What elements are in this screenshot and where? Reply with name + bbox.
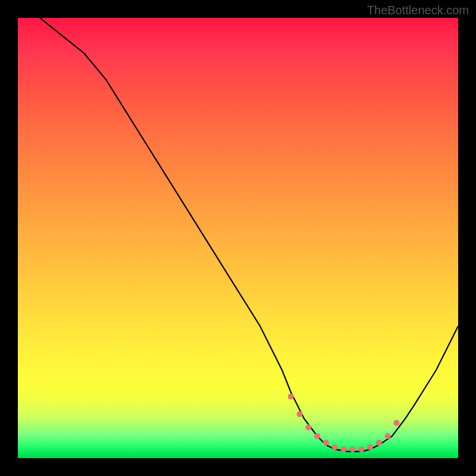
marker-dot (305, 424, 311, 430)
marker-dot (314, 433, 320, 439)
watermark-text: TheBottleneck.com (367, 4, 469, 17)
marker-dot (376, 440, 382, 446)
marker-dot (323, 440, 329, 446)
marker-dot (341, 446, 347, 452)
marker-dot (297, 411, 303, 417)
marker-dot (332, 444, 338, 450)
chart-svg (18, 18, 458, 458)
min-region-markers (288, 393, 400, 452)
plot-area (18, 18, 458, 458)
bottleneck-curve (40, 18, 458, 452)
marker-dot (358, 446, 364, 452)
marker-dot (385, 433, 391, 439)
marker-dot (367, 444, 373, 450)
marker-dot (288, 393, 294, 399)
marker-dot (349, 446, 355, 452)
marker-dot (393, 420, 399, 426)
